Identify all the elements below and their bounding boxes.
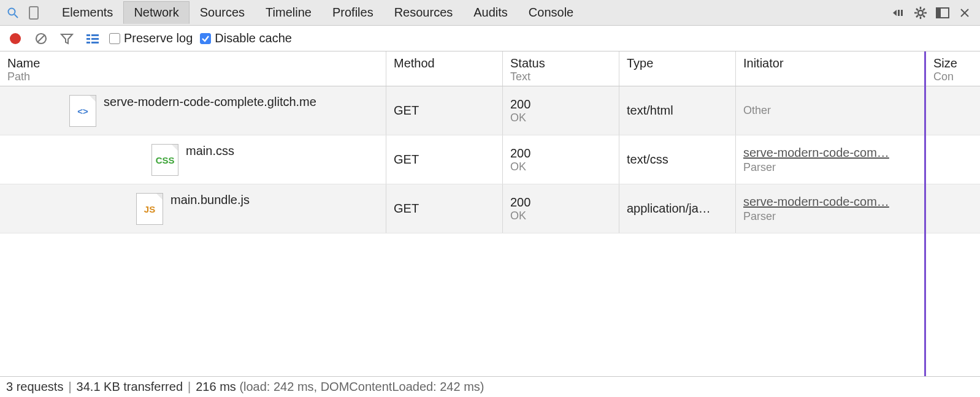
- cell-status: 200 OK: [503, 86, 619, 135]
- filter-icon[interactable]: [58, 29, 76, 48]
- col-subtitle: Path: [7, 70, 378, 83]
- svg-rect-25: [91, 42, 99, 43]
- svg-rect-23: [91, 38, 99, 40]
- dock-side-icon[interactable]: [933, 4, 952, 22]
- show-drawer-icon[interactable]: [889, 4, 908, 22]
- table-row[interactable]: <> serve-modern-code-complete.glitch.me …: [0, 86, 980, 135]
- col-header-initiator[interactable]: Initiator: [736, 51, 926, 86]
- settings-gear-icon[interactable]: [911, 4, 930, 22]
- tab-label: Audits: [473, 6, 508, 19]
- col-subtitle: [394, 70, 495, 83]
- record-button[interactable]: [6, 29, 25, 48]
- cell-method: GET: [386, 135, 503, 184]
- cell-initiator: Other: [736, 86, 926, 135]
- status-requests: 3 requests: [6, 380, 63, 394]
- initiator-link[interactable]: serve-modern-code-com…: [743, 146, 918, 160]
- col-subtitle: Text: [510, 70, 611, 83]
- tab-label: Sources: [200, 6, 245, 19]
- tabstrip-right-icons: [889, 4, 976, 22]
- cell-status: 200 OK: [503, 135, 619, 184]
- col-subtitle: [627, 70, 728, 83]
- network-table: Name Path Method Status Text Type Initia…: [0, 51, 980, 376]
- cell-name: JS main.bundle.js: [0, 184, 386, 233]
- request-name: serve-modern-code-complete.glitch.me: [104, 95, 316, 109]
- tab-label: Elements: [62, 6, 113, 19]
- file-type-icon: <>: [69, 95, 96, 127]
- preserve-log-checkbox[interactable]: Preserve log: [109, 31, 193, 45]
- tab-profiles[interactable]: Profiles: [322, 1, 384, 24]
- table-body: <> serve-modern-code-complete.glitch.me …: [0, 86, 980, 376]
- close-devtools-icon[interactable]: [955, 4, 974, 22]
- col-header-name[interactable]: Name Path: [0, 51, 386, 86]
- status-code: 200: [510, 97, 611, 112]
- initiator-sub: Parser: [743, 161, 918, 174]
- table-row[interactable]: JS main.bundle.js GET 200 OK application…: [0, 184, 980, 233]
- tab-resources[interactable]: Resources: [384, 1, 464, 24]
- tab-network[interactable]: Network: [123, 1, 189, 24]
- svg-line-12: [916, 15, 918, 17]
- cell-type: application/ja…: [619, 184, 736, 233]
- tab-label: Resources: [394, 6, 453, 19]
- checkbox-box-icon: [200, 33, 211, 44]
- tab-console[interactable]: Console: [518, 1, 584, 24]
- preserve-log-label: Preserve log: [124, 31, 193, 45]
- initiator-sub: Parser: [743, 210, 918, 223]
- svg-line-13: [923, 9, 925, 10]
- table-row[interactable]: CSS main.css GET 200 OK text/css serve-m…: [0, 135, 980, 184]
- device-mode-icon[interactable]: [25, 4, 43, 22]
- clear-button[interactable]: [32, 29, 50, 48]
- disable-cache-checkbox[interactable]: Disable cache: [200, 31, 292, 45]
- view-options-icon[interactable]: [83, 29, 102, 48]
- status-code: 200: [510, 195, 611, 210]
- status-transferred: 34.1 KB transferred: [77, 380, 183, 394]
- svg-rect-21: [91, 34, 99, 36]
- cell-name: CSS main.css: [0, 135, 386, 184]
- status-detail: (load: 242 ms, DOMContentLoaded: 242 ms): [239, 380, 484, 394]
- svg-rect-4: [901, 10, 903, 16]
- cell-initiator: serve-modern-code-com…Parser: [736, 184, 926, 233]
- search-icon[interactable]: [4, 4, 22, 22]
- divider: |: [68, 380, 71, 394]
- status-time: 216 ms: [196, 380, 236, 394]
- col-subtitle: [743, 70, 918, 83]
- status-text: OK: [510, 210, 611, 222]
- cell-size: [926, 184, 980, 233]
- svg-rect-24: [86, 42, 90, 43]
- tab-sources[interactable]: Sources: [189, 1, 255, 24]
- svg-line-19: [37, 35, 45, 42]
- svg-line-10: [916, 9, 918, 10]
- tab-audits[interactable]: Audits: [463, 1, 518, 24]
- col-title: Type: [627, 56, 728, 70]
- tab-label: Console: [529, 6, 573, 19]
- tab-elements[interactable]: Elements: [52, 1, 123, 24]
- svg-rect-2: [29, 7, 38, 19]
- file-type-icon: JS: [136, 193, 163, 225]
- initiator-link: Other: [743, 104, 918, 117]
- devtools-tabstrip: Elements Network Sources Timeline Profil…: [0, 0, 980, 26]
- col-subtitle: Con: [933, 70, 973, 83]
- initiator-link[interactable]: serve-modern-code-com…: [743, 195, 918, 209]
- status-text: OK: [510, 161, 611, 173]
- col-header-size[interactable]: Size Con: [926, 51, 980, 86]
- col-header-type[interactable]: Type: [619, 51, 736, 86]
- file-type-icon: CSS: [151, 144, 178, 176]
- col-title: Size: [933, 56, 973, 70]
- checkbox-box-icon: [109, 33, 120, 44]
- cell-type: text/html: [619, 86, 736, 135]
- svg-rect-15: [936, 8, 941, 18]
- divider: |: [188, 380, 191, 394]
- cell-method: GET: [386, 184, 503, 233]
- col-header-status[interactable]: Status Text: [503, 51, 619, 86]
- status-code: 200: [510, 146, 611, 161]
- cell-size: [926, 135, 980, 184]
- request-name: main.bundle.js: [170, 193, 250, 207]
- svg-point-5: [918, 10, 923, 15]
- col-title: Method: [394, 56, 495, 70]
- col-header-method[interactable]: Method: [386, 51, 503, 86]
- tab-timeline[interactable]: Timeline: [255, 1, 322, 24]
- cell-type: text/css: [619, 135, 736, 184]
- record-icon: [10, 33, 21, 44]
- status-text: OK: [510, 112, 611, 124]
- svg-point-0: [9, 8, 15, 15]
- svg-rect-3: [898, 10, 900, 16]
